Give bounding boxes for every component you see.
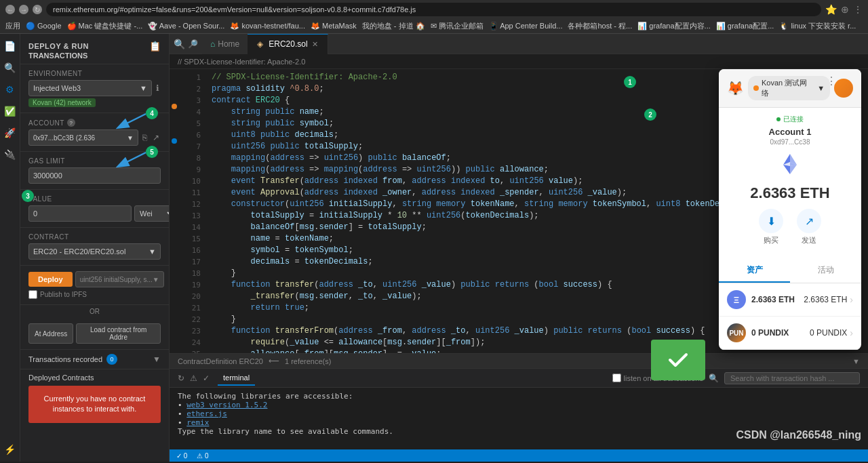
terminal-icon-3[interactable]: ✓ (203, 374, 210, 383)
mm-eth-arrow: › (850, 294, 853, 305)
mm-network-name: Kovan 测试网络 (762, 78, 814, 98)
bookmark-aave[interactable]: 👻 Aave - Open Sour... (148, 22, 224, 31)
search-icon-2[interactable]: 🔎 (188, 39, 198, 49)
browser-nav: ← → ↻ ⭐ ⊕ ⋮ (0, 0, 868, 19)
value-input[interactable] (28, 205, 132, 222)
gutter-dot-1 (172, 104, 177, 109)
environment-select[interactable]: Injected Web3 ▼ (28, 80, 152, 96)
web3-link[interactable]: web3 version 1.5.2 (186, 401, 267, 409)
open-etherscan-btn[interactable]: ↗ (151, 132, 161, 144)
value-section: VALUE Wei Gwei Finney Ether (20, 190, 169, 228)
mm-asset-pundix[interactable]: PUN 0 PUNDIX 0 PUNDIX › (719, 317, 861, 350)
bookmark-google[interactable]: 🔵 Google (26, 22, 62, 31)
sidebar-icon-search[interactable]: 🔍 (3, 61, 17, 75)
deploy-params[interactable]: uint256 initialSupply, s... ▼ (75, 271, 164, 287)
expand-ref-icon[interactable]: ▼ (852, 357, 860, 365)
mm-network-dot (753, 85, 759, 91)
terminal-icon-1[interactable]: ↻ (178, 374, 184, 383)
mm-pundix-amount: 0 PUNDIX (810, 328, 847, 338)
bookmark-grafana2[interactable]: 📊 grafana配置... (716, 21, 774, 31)
status-warn: ⚠ 0 (197, 452, 208, 460)
tab-close-btn[interactable]: ✕ (312, 40, 318, 49)
bookmark-grafana1[interactable]: 📊 grafana配置内容... (637, 21, 711, 31)
mm-tab-activity[interactable]: 活动 (790, 259, 861, 283)
mm-account-name: Account 1 (727, 127, 853, 137)
mm-buy-icon: ⬇ (759, 209, 783, 233)
publish-ipfs-row: Publish to IPFS (28, 290, 161, 299)
tab-erc20[interactable]: ◈ ERC20.sol ✕ (248, 34, 328, 54)
tx-search-input[interactable] (724, 372, 860, 384)
gas-limit-input[interactable] (28, 167, 161, 184)
bookmark-hosts[interactable]: 各种都箱host - 程... (568, 21, 632, 31)
tx-header[interactable]: Transactions recorded 0 ▼ (28, 354, 161, 365)
mm-asset-list: Ξ 2.6363 ETH 2.6363 ETH › PUN 0 PUNDIX 0… (719, 283, 861, 350)
bookmark-linux[interactable]: 🐧 linux 下安装安装 r... (779, 21, 856, 31)
mm-send-label: 发送 (802, 235, 816, 245)
terminal-icon-2[interactable]: ⚠ (190, 374, 197, 383)
mm-asset-eth[interactable]: Ξ 2.6363 ETH 2.6363 ETH › (719, 283, 861, 317)
mm-eth-name: 2.6363 ETH (751, 295, 795, 304)
bookmark-app-center[interactable]: 📱 App Center Build... (489, 22, 563, 31)
mm-pundix-asset-icon: PUN (727, 323, 746, 342)
sidebar-icon-plugin[interactable]: 🔌 (3, 148, 17, 161)
bookmark-my[interactable]: 我的地盘 - 掉道 🏠 (362, 21, 425, 31)
publish-ipfs-label: Publish to IPFS (40, 291, 87, 298)
account-section: ACCOUNT ? 0x97...bCc3B (2.636 ▼ ⎘ ↗ (20, 113, 169, 152)
sidebar-icon-deploy[interactable]: 🚀 (3, 126, 17, 140)
publish-ipfs-checkbox[interactable] (28, 290, 37, 299)
mm-buy-action[interactable]: ⬇ 购买 (759, 209, 783, 245)
gas-limit-label: GAS LIMIT (28, 157, 161, 165)
breadcrumb-text: // SPDX-License-Identifier: Apache-2.0 (178, 58, 305, 66)
mm-address[interactable]: 0xd97...Cc38 (727, 138, 853, 146)
sidebar-icon-compile[interactable]: ⚙ (3, 83, 17, 96)
tab-home[interactable]: ⌂ Home (202, 34, 248, 54)
copy-address-btn[interactable]: ⎘ (141, 132, 149, 144)
mm-network-selector[interactable]: Kovan 测试网络 ▼ (748, 76, 830, 100)
mm-account-section: 已连接 Account 1 0xd97...Cc38 2.6363 ETH ⬇ … (719, 108, 861, 259)
remix-link[interactable]: remix (186, 418, 209, 427)
panel-icon[interactable]: 📋 (149, 41, 161, 52)
sidebar-icon-file[interactable]: 📄 (3, 39, 17, 53)
bookmarks-bar: 应用 🔵 Google 🍎 Mac 键盘快捷键 -... 👻 Aave - Op… (0, 19, 868, 34)
account-info-icon: ? (67, 119, 75, 127)
gutter-dot-2 (172, 138, 177, 144)
sidebar-icon-test[interactable]: ✅ (3, 104, 17, 118)
account-select[interactable]: 0x97...bCc3B (2.636 ▼ (28, 129, 138, 146)
terminal-tab-active[interactable]: terminal (218, 371, 255, 386)
deploy-btn-section: Deploy uint256 initialSupply, s... ▼ Pub… (20, 266, 169, 305)
deploy-subtitle: TRANSACTIONS (28, 52, 161, 60)
mm-send-action[interactable]: ↗ 发送 (797, 209, 821, 245)
bookmark-kovan[interactable]: 🦊 kovan-testnet/fau... (230, 22, 305, 31)
search-toggle-btn[interactable]: 🔍 (174, 39, 185, 49)
mm-more-button[interactable]: ⋮ (826, 75, 837, 87)
contract-select[interactable]: ERC20 - ERC20/ERC20.sol ▼ (28, 243, 161, 260)
mm-avatar[interactable] (834, 79, 853, 98)
load-contract-button[interactable]: Load contract from Addre (76, 323, 161, 344)
editor-gutter (170, 69, 179, 353)
forward-button[interactable]: → (19, 5, 28, 14)
network-badge: Kovan (42) network (28, 98, 96, 107)
environment-info-btn[interactable]: ℹ (155, 82, 161, 94)
search-tx-btn[interactable]: 🔍 (709, 374, 719, 383)
bookmark-mac[interactable]: 🍎 Mac 键盘快捷键 -... (67, 21, 143, 31)
mm-send-icon: ↗ (797, 209, 821, 233)
contract-label: CONTRACT (28, 233, 161, 241)
or-divider: OR (20, 305, 169, 318)
listen-tx-checkbox[interactable] (612, 374, 621, 382)
value-unit-select[interactable]: Wei Gwei Finney Ether (134, 205, 170, 222)
ethers-link[interactable]: ethers.js (186, 409, 227, 418)
deploy-button[interactable]: Deploy (28, 272, 73, 287)
bookmark-tx[interactable]: ✉ 腾讯企业邮箱 (431, 21, 484, 31)
breadcrumb-bar: // SPDX-License-Identifier: Apache-2.0 (170, 54, 868, 69)
checkmark-overlay (651, 340, 705, 380)
bookmark-metamask[interactable]: 🦊 MetaMask (311, 22, 357, 31)
sidebar-icon-settings[interactable]: ⚡ (3, 443, 17, 456)
terminal-line-2: • web3 version 1.5.2 (178, 401, 860, 409)
editor-tabs: 🔍 🔎 ⌂ Home ◈ ERC20.sol ✕ (170, 34, 868, 54)
url-bar[interactable] (46, 3, 821, 16)
back-button[interactable]: ← (5, 5, 15, 14)
refresh-button[interactable]: ↻ (33, 5, 42, 14)
mm-tab-assets[interactable]: 资产 (719, 259, 790, 283)
bookmark-apps[interactable]: 应用 (5, 21, 20, 31)
at-address-button[interactable]: At Address (28, 323, 73, 344)
